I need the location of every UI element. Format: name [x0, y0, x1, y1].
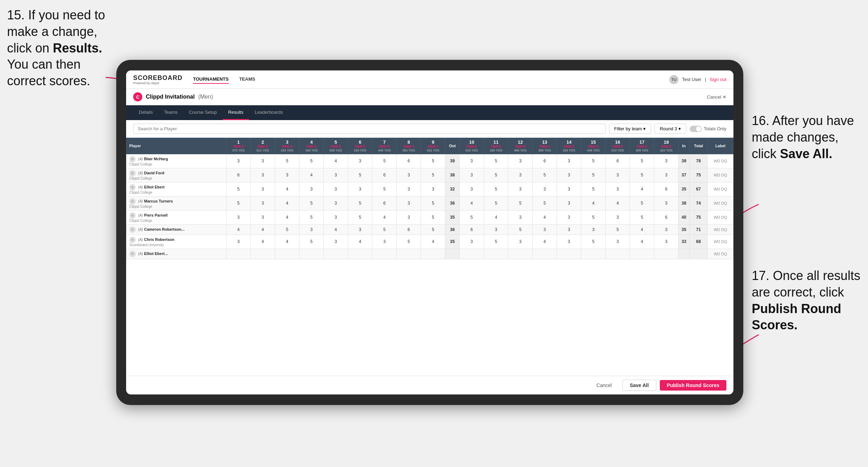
score-cell[interactable]: 3: [484, 224, 508, 235]
wd-label[interactable]: WD: [714, 239, 720, 244]
score-cell[interactable]: 3: [397, 168, 421, 182]
score-cell[interactable]: 3: [459, 168, 484, 182]
dq-label[interactable]: DQ: [721, 215, 727, 219]
filter-by-team-button[interactable]: Filter by team ▾: [609, 124, 651, 134]
score-cell[interactable]: [606, 249, 630, 259]
score-cell[interactable]: 5: [484, 168, 508, 182]
score-cell[interactable]: 4: [250, 235, 275, 249]
score-cell[interactable]: 3: [397, 210, 421, 224]
tab-details[interactable]: Details: [133, 105, 159, 120]
score-cell[interactable]: 5: [581, 210, 606, 224]
dq-label[interactable]: DQ: [721, 252, 727, 256]
score-cell[interactable]: 3: [324, 235, 348, 249]
score-cell[interactable]: 5: [533, 168, 557, 182]
score-cell[interactable]: 5: [484, 196, 508, 210]
score-cell[interactable]: [348, 249, 372, 259]
score-cell[interactable]: 3: [508, 235, 533, 249]
score-cell[interactable]: 3: [654, 235, 678, 249]
score-cell[interactable]: 3: [557, 182, 581, 196]
score-cell[interactable]: [324, 249, 348, 259]
score-cell[interactable]: 3: [250, 168, 275, 182]
score-cell[interactable]: 5: [348, 168, 372, 182]
score-cell[interactable]: 3: [533, 224, 557, 235]
score-cell[interactable]: [630, 249, 654, 259]
score-cell[interactable]: 3: [250, 182, 275, 196]
wd-label[interactable]: WD: [714, 201, 720, 205]
nav-tournaments[interactable]: TOURNAMENTS: [193, 75, 229, 84]
score-cell[interactable]: 4: [299, 168, 324, 182]
score-cell[interactable]: 3: [348, 154, 372, 168]
score-cell[interactable]: 4: [533, 235, 557, 249]
score-cell[interactable]: 4: [484, 210, 508, 224]
cancel-x-button[interactable]: Cancel ✕: [707, 94, 726, 100]
score-cell[interactable]: 5: [459, 210, 484, 224]
score-cell[interactable]: 3: [508, 154, 533, 168]
score-cell[interactable]: 5: [581, 154, 606, 168]
score-cell[interactable]: 3: [557, 224, 581, 235]
score-cell[interactable]: 6: [372, 168, 397, 182]
score-cell[interactable]: 3: [348, 182, 372, 196]
score-cell[interactable]: [508, 249, 533, 259]
score-cell[interactable]: 3: [348, 224, 372, 235]
score-cell[interactable]: 5: [484, 235, 508, 249]
score-cell[interactable]: 3: [557, 196, 581, 210]
score-cell[interactable]: [421, 249, 445, 259]
score-cell[interactable]: 5: [275, 224, 299, 235]
score-cell[interactable]: 3: [606, 182, 630, 196]
score-cell[interactable]: 3: [606, 235, 630, 249]
score-cell[interactable]: 4: [372, 210, 397, 224]
dq-label[interactable]: DQ: [721, 228, 727, 232]
score-cell[interactable]: 5: [226, 182, 250, 196]
score-cell[interactable]: 5: [421, 154, 445, 168]
score-cell[interactable]: 6: [397, 224, 421, 235]
score-cell[interactable]: 3: [606, 168, 630, 182]
score-cell[interactable]: 6: [654, 210, 678, 224]
search-input[interactable]: [133, 124, 606, 134]
score-cell[interactable]: [557, 249, 581, 259]
score-cell[interactable]: 3: [397, 196, 421, 210]
score-cell[interactable]: 5: [508, 224, 533, 235]
score-cell[interactable]: [397, 249, 421, 259]
score-cell[interactable]: 4: [324, 154, 348, 168]
score-cell[interactable]: 3: [226, 210, 250, 224]
wd-label[interactable]: WD: [714, 159, 720, 163]
score-cell[interactable]: 5: [348, 210, 372, 224]
score-cell[interactable]: 3: [250, 210, 275, 224]
score-cell[interactable]: 3: [275, 168, 299, 182]
score-cell[interactable]: 5: [581, 182, 606, 196]
toggle-switch[interactable]: [690, 126, 702, 132]
score-cell[interactable]: 3: [557, 154, 581, 168]
score-cell[interactable]: 5: [348, 196, 372, 210]
score-cell[interactable]: [459, 249, 484, 259]
dq-label[interactable]: DQ: [721, 159, 727, 163]
score-cell[interactable]: 3: [654, 154, 678, 168]
score-cell[interactable]: 3: [606, 210, 630, 224]
score-cell[interactable]: 6: [372, 196, 397, 210]
score-cell[interactable]: 5: [581, 235, 606, 249]
score-cell[interactable]: 4: [348, 235, 372, 249]
score-cell[interactable]: 3: [508, 168, 533, 182]
dq-label[interactable]: DQ: [721, 201, 727, 205]
tab-results[interactable]: Results: [223, 105, 249, 120]
score-cell[interactable]: 6: [533, 154, 557, 168]
score-cell[interactable]: 5: [421, 224, 445, 235]
score-cell[interactable]: 3: [557, 210, 581, 224]
score-cell[interactable]: 5: [606, 224, 630, 235]
score-cell[interactable]: 3: [324, 196, 348, 210]
score-cell[interactable]: 3: [250, 196, 275, 210]
score-cell[interactable]: 4: [630, 182, 654, 196]
cancel-action-button[interactable]: Cancel: [589, 380, 619, 391]
score-cell[interactable]: [250, 249, 275, 259]
score-cell[interactable]: 4: [275, 210, 299, 224]
wd-label[interactable]: WD: [714, 173, 720, 177]
dq-label[interactable]: DQ: [721, 173, 727, 177]
score-cell[interactable]: 3: [459, 235, 484, 249]
score-cell[interactable]: 4: [324, 224, 348, 235]
score-cell[interactable]: 4: [533, 210, 557, 224]
score-cell[interactable]: 5: [275, 154, 299, 168]
score-cell[interactable]: 3: [226, 235, 250, 249]
score-cell[interactable]: 5: [372, 224, 397, 235]
score-cell[interactable]: 3: [324, 182, 348, 196]
score-cell[interactable]: 4: [581, 196, 606, 210]
score-cell[interactable]: 4: [275, 182, 299, 196]
